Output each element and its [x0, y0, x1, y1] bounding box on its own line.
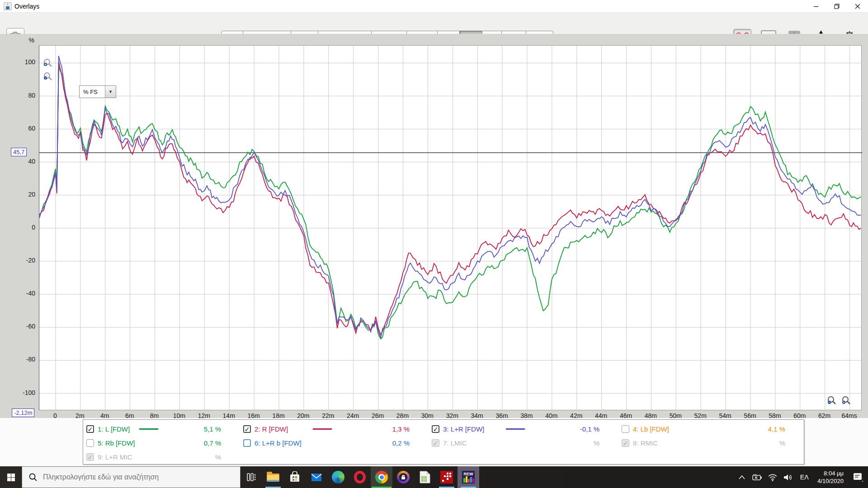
chart-panel: % 100806040200-20-40-60-80-100 02m4m6m8m…: [0, 34, 868, 418]
cursor-value-readout: 45,7: [11, 148, 27, 156]
legend-checkbox-8[interactable]: ✓: [622, 439, 629, 447]
tray-language-button[interactable]: ΕΛ: [796, 474, 813, 481]
edge-icon: [332, 471, 344, 483]
taskbar-app-microsoft-store[interactable]: [284, 466, 306, 488]
legend-label: 1: L [FDW]: [98, 425, 130, 433]
legend-value: 1,3 %: [356, 425, 410, 433]
windows-taskbar: REW: [0, 466, 868, 488]
legend-line-swatch: [506, 428, 525, 430]
notification-center-button[interactable]: [848, 466, 868, 488]
tray-battery-button[interactable]: [750, 466, 765, 488]
taskbar-app-red-grid[interactable]: [436, 466, 458, 488]
legend-checkbox-7[interactable]: ✓: [432, 439, 439, 447]
y-axis-unit-label: %: [14, 37, 34, 44]
close-button[interactable]: [847, 0, 868, 13]
legend-checkbox-1[interactable]: ✓: [86, 425, 94, 433]
taskbar-app-libreoffice-calc[interactable]: [414, 466, 436, 488]
legend-box: ✓1: L [FDW]5,1 %✓2: R [FDW]1,3 %✓3: L+R …: [83, 419, 804, 465]
legend-item-8: ✓8: RMIC%: [618, 436, 804, 450]
trace-1: [39, 66, 861, 339]
zoom-out-x-button[interactable]: [841, 396, 851, 406]
legend-value: %: [168, 453, 221, 461]
legend-checkbox-3[interactable]: ✓: [432, 425, 439, 433]
legend-label: 8: RMIC: [633, 439, 658, 447]
cursor-time-readout: -2,12m: [12, 408, 34, 417]
trace-3: [39, 56, 861, 338]
taskbar-app-edge[interactable]: [327, 466, 349, 488]
system-tray: ΕΛ 8:04 μμ 4/10/2020: [734, 466, 868, 488]
tray-clock[interactable]: 8:04 μμ 4/10/2020: [813, 469, 848, 485]
legend-value: 4,1 %: [732, 425, 785, 433]
legend-value: 0,2 %: [356, 439, 410, 447]
search-input[interactable]: [43, 473, 224, 481]
wifi-icon: [768, 474, 778, 481]
libreoffice-calc-icon: [419, 471, 431, 483]
legend-value: -0,1 %: [546, 425, 599, 433]
y-tick-label: 0: [13, 224, 35, 231]
minimize-button[interactable]: [806, 0, 826, 13]
search-icon: [28, 473, 38, 482]
legend-value: 5,1 %: [168, 425, 221, 433]
toolbar: SPLPredicted SPLPhasePredicted PhaseDist…: [0, 13, 868, 34]
legend-checkbox-4[interactable]: [622, 425, 629, 433]
restore-button[interactable]: [826, 0, 847, 13]
y-tick-label: -40: [13, 290, 35, 297]
task-view-button[interactable]: [241, 466, 262, 488]
legend-checkbox-5[interactable]: [86, 439, 94, 447]
legend-item-4: 4: Lb [FDW]4,1 %: [618, 422, 804, 436]
avast-browser-icon: [397, 471, 410, 483]
taskbar-app-opera[interactable]: [349, 466, 371, 488]
chevron-up-icon: [739, 475, 745, 479]
java-app-icon: [4, 2, 12, 10]
taskbar-app-rew[interactable]: REW: [458, 466, 479, 488]
start-button[interactable]: [0, 466, 22, 488]
chevron-down-icon: ▼: [105, 86, 116, 98]
legend-checkbox-6[interactable]: [243, 439, 251, 447]
taskbar-search[interactable]: [22, 466, 241, 488]
taskbar-app-file-explorer[interactable]: [262, 466, 284, 488]
legend-line-swatch: [139, 428, 158, 430]
tray-chevron-button[interactable]: [734, 466, 750, 488]
windows-logo-icon: [7, 474, 15, 481]
tray-volume-button[interactable]: [780, 466, 796, 488]
legend-item-2: ✓2: R [FDW]1,3 %: [240, 422, 429, 436]
taskbar-app-mail[interactable]: [306, 466, 327, 488]
units-dropdown-value: % FS: [80, 86, 105, 98]
taskbar-app-avast-browser[interactable]: [392, 466, 414, 488]
opera-icon: [354, 471, 366, 483]
units-dropdown[interactable]: % FS ▼: [79, 85, 116, 98]
mail-icon: [311, 471, 322, 483]
step-response-chart: [39, 46, 862, 411]
y-tick-label: 80: [13, 92, 35, 99]
legend-value: %: [546, 439, 599, 447]
plot-area[interactable]: % FS ▼: [39, 45, 862, 410]
y-tick-label: -60: [13, 323, 35, 330]
speaker-icon: [783, 474, 793, 481]
y-tick-label: -20: [13, 257, 35, 264]
title-bar: Overlays: [0, 0, 868, 13]
y-tick-label: 40: [13, 158, 35, 165]
legend-checkbox-9[interactable]: ✓: [86, 453, 94, 461]
rew-icon: REW: [462, 470, 475, 484]
red-grid-app-icon: [440, 471, 453, 483]
taskbar-app-chrome[interactable]: [371, 466, 392, 488]
legend-checkbox-2[interactable]: ✓: [243, 425, 251, 433]
y-tick-label: -100: [13, 389, 35, 396]
tray-date: 4/10/2020: [817, 477, 844, 485]
zoom-in-x-button[interactable]: [827, 396, 837, 406]
legend-value: %: [732, 439, 785, 447]
zoom-out-button[interactable]: [43, 72, 53, 82]
legend-line-swatch: [313, 428, 332, 430]
battery-icon: [752, 474, 763, 481]
legend-item-3: ✓3: L+R [FDW]-0,1 %: [429, 422, 618, 436]
tray-wifi-button[interactable]: [765, 466, 780, 488]
legend-area: ✓1: L [FDW]5,1 %✓2: R [FDW]1,3 %✓3: L+R …: [0, 418, 868, 466]
legend-label: 5: Rb [FDW]: [98, 439, 135, 447]
notification-icon: [853, 473, 863, 482]
legend-item-6: 6: L+R b [FDW]0,2 %: [240, 436, 429, 450]
trace-2: [39, 62, 861, 335]
legend-label: 7: LMIC: [443, 439, 467, 447]
zoom-in-button[interactable]: [43, 58, 53, 68]
legend-item-1: ✓1: L [FDW]5,1 %: [83, 422, 240, 436]
y-tick-label: 20: [13, 191, 35, 198]
